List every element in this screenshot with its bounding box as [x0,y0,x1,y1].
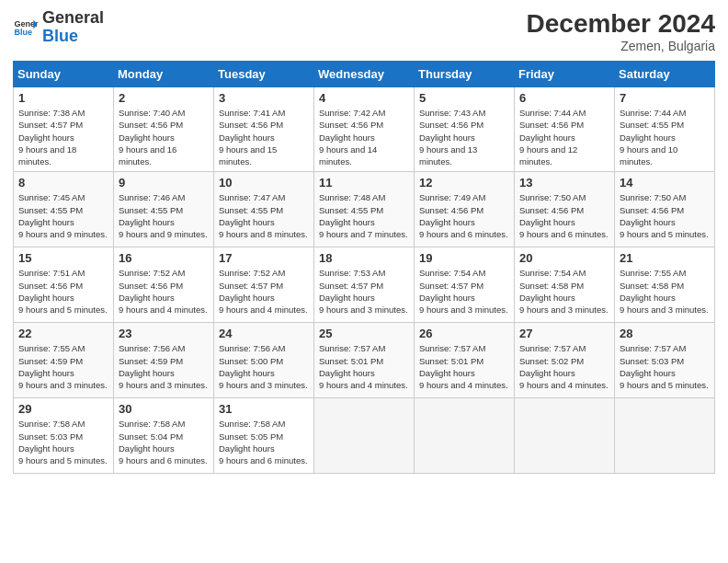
header-row: Sunday Monday Tuesday Wednesday Thursday… [14,62,715,87]
calendar-table: Sunday Monday Tuesday Wednesday Thursday… [13,61,715,474]
calendar-cell: 4 Sunrise: 7:42 AM Sunset: 4:56 PM Dayli… [314,87,415,172]
logo-blue: Blue [42,28,104,46]
day-info: Sunrise: 7:55 AM Sunset: 4:59 PM Dayligh… [18,342,108,391]
day-info: Sunrise: 7:56 AM Sunset: 4:59 PM Dayligh… [119,342,209,391]
calendar-cell: 13 Sunrise: 7:50 AM Sunset: 4:56 PM Dayl… [515,172,615,247]
day-info: Sunrise: 7:49 AM Sunset: 4:56 PM Dayligh… [419,191,509,240]
day-info: Sunrise: 7:58 AM Sunset: 5:05 PM Dayligh… [219,418,309,466]
day-info: Sunrise: 7:46 AM Sunset: 4:55 PM Dayligh… [119,191,209,240]
week-row-5: 29 Sunrise: 7:58 AM Sunset: 5:03 PM Dayl… [14,398,715,474]
day-number: 16 [119,251,209,265]
calendar-cell: 15 Sunrise: 7:51 AM Sunset: 4:56 PM Dayl… [14,247,114,323]
day-number: 10 [219,176,309,190]
calendar-cell: 29 Sunrise: 7:58 AM Sunset: 5:03 PM Dayl… [14,398,114,474]
day-number: 3 [219,91,309,105]
calendar-cell: 17 Sunrise: 7:52 AM Sunset: 4:57 PM Dayl… [214,247,314,323]
calendar-cell: 23 Sunrise: 7:56 AM Sunset: 4:59 PM Dayl… [114,323,214,398]
day-info: Sunrise: 7:55 AM Sunset: 4:58 PM Dayligh… [620,267,710,316]
location: Zemen, Bulgaria [527,39,715,53]
day-info: Sunrise: 7:52 AM Sunset: 4:57 PM Dayligh… [219,267,309,316]
col-monday: Monday [114,62,214,87]
day-number: 26 [419,327,509,340]
day-info: Sunrise: 7:54 AM Sunset: 4:57 PM Dayligh… [419,267,509,316]
day-number: 9 [119,176,209,190]
logo-general: General [42,9,104,28]
calendar-cell [615,398,715,474]
day-info: Sunrise: 7:44 AM Sunset: 4:55 PM Dayligh… [620,107,710,167]
day-number: 18 [319,251,409,265]
day-number: 21 [620,251,710,265]
day-info: Sunrise: 7:47 AM Sunset: 4:55 PM Dayligh… [219,191,309,240]
day-number: 15 [18,251,108,265]
day-number: 1 [18,91,108,105]
day-info: Sunrise: 7:38 AM Sunset: 4:57 PM Dayligh… [18,107,108,167]
day-number: 13 [519,176,609,190]
day-info: Sunrise: 7:40 AM Sunset: 4:56 PM Dayligh… [119,107,209,167]
day-info: Sunrise: 7:57 AM Sunset: 5:01 PM Dayligh… [319,342,409,391]
logo: General Blue General Blue [13,9,104,46]
calendar-cell: 26 Sunrise: 7:57 AM Sunset: 5:01 PM Dayl… [415,323,515,398]
day-info: Sunrise: 7:58 AM Sunset: 5:04 PM Dayligh… [119,418,209,466]
calendar-cell: 2 Sunrise: 7:40 AM Sunset: 4:56 PM Dayli… [114,87,214,172]
day-info: Sunrise: 7:44 AM Sunset: 4:56 PM Dayligh… [519,107,609,167]
calendar-cell: 27 Sunrise: 7:57 AM Sunset: 5:02 PM Dayl… [515,323,615,398]
calendar-cell: 30 Sunrise: 7:58 AM Sunset: 5:04 PM Dayl… [114,398,214,474]
day-info: Sunrise: 7:52 AM Sunset: 4:56 PM Dayligh… [119,267,209,316]
calendar-cell: 24 Sunrise: 7:56 AM Sunset: 5:00 PM Dayl… [214,323,314,398]
calendar-cell: 10 Sunrise: 7:47 AM Sunset: 4:55 PM Dayl… [214,172,314,247]
calendar-cell: 25 Sunrise: 7:57 AM Sunset: 5:01 PM Dayl… [314,323,415,398]
calendar-cell: 6 Sunrise: 7:44 AM Sunset: 4:56 PM Dayli… [515,87,615,172]
calendar-cell: 19 Sunrise: 7:54 AM Sunset: 4:57 PM Dayl… [415,247,515,323]
svg-text:Blue: Blue [14,28,32,37]
calendar-cell: 12 Sunrise: 7:49 AM Sunset: 4:56 PM Dayl… [415,172,515,247]
day-number: 14 [620,176,710,190]
col-wednesday: Wednesday [314,62,415,87]
day-info: Sunrise: 7:53 AM Sunset: 4:57 PM Dayligh… [319,267,409,316]
day-number: 11 [319,176,409,190]
title-block: December 2024 Zemen, Bulgaria [527,9,715,53]
calendar-cell [415,398,515,474]
day-number: 19 [419,251,509,265]
col-sunday: Sunday [14,62,114,87]
calendar-cell: 20 Sunrise: 7:54 AM Sunset: 4:58 PM Dayl… [515,247,615,323]
day-info: Sunrise: 7:50 AM Sunset: 4:56 PM Dayligh… [620,191,710,240]
calendar-cell: 14 Sunrise: 7:50 AM Sunset: 4:56 PM Dayl… [615,172,715,247]
day-info: Sunrise: 7:43 AM Sunset: 4:56 PM Dayligh… [419,107,509,167]
day-number: 20 [519,251,609,265]
calendar-cell: 28 Sunrise: 7:57 AM Sunset: 5:03 PM Dayl… [615,323,715,398]
calendar-cell: 8 Sunrise: 7:45 AM Sunset: 4:55 PM Dayli… [14,172,114,247]
day-number: 23 [119,327,209,340]
calendar-cell: 3 Sunrise: 7:41 AM Sunset: 4:56 PM Dayli… [214,87,314,172]
day-info: Sunrise: 7:57 AM Sunset: 5:03 PM Dayligh… [620,342,710,391]
col-friday: Friday [515,62,615,87]
day-number: 22 [18,327,108,340]
calendar-cell [515,398,615,474]
logo-icon: General Blue [13,15,39,40]
week-row-3: 15 Sunrise: 7:51 AM Sunset: 4:56 PM Dayl… [14,247,715,323]
calendar-cell: 5 Sunrise: 7:43 AM Sunset: 4:56 PM Dayli… [415,87,515,172]
page-header: General Blue General Blue December 2024 … [13,9,715,53]
calendar-cell: 7 Sunrise: 7:44 AM Sunset: 4:55 PM Dayli… [615,87,715,172]
col-tuesday: Tuesday [214,62,314,87]
day-number: 2 [119,91,209,105]
day-info: Sunrise: 7:54 AM Sunset: 4:58 PM Dayligh… [519,267,609,316]
week-row-4: 22 Sunrise: 7:55 AM Sunset: 4:59 PM Dayl… [14,323,715,398]
day-number: 28 [620,327,710,340]
day-number: 7 [620,91,710,105]
day-info: Sunrise: 7:56 AM Sunset: 5:00 PM Dayligh… [219,342,309,391]
calendar-cell: 1 Sunrise: 7:38 AM Sunset: 4:57 PM Dayli… [14,87,114,172]
day-number: 12 [419,176,509,190]
calendar-cell: 21 Sunrise: 7:55 AM Sunset: 4:58 PM Dayl… [615,247,715,323]
week-row-2: 8 Sunrise: 7:45 AM Sunset: 4:55 PM Dayli… [14,172,715,247]
day-number: 8 [18,176,108,190]
calendar-cell: 16 Sunrise: 7:52 AM Sunset: 4:56 PM Dayl… [114,247,214,323]
day-number: 6 [519,91,609,105]
day-info: Sunrise: 7:57 AM Sunset: 5:02 PM Dayligh… [519,342,609,391]
month-title: December 2024 [527,9,715,39]
calendar-cell: 31 Sunrise: 7:58 AM Sunset: 5:05 PM Dayl… [214,398,314,474]
day-info: Sunrise: 7:57 AM Sunset: 5:01 PM Dayligh… [419,342,509,391]
day-number: 29 [18,402,108,416]
day-number: 4 [319,91,409,105]
col-saturday: Saturday [615,62,715,87]
day-number: 5 [419,91,509,105]
